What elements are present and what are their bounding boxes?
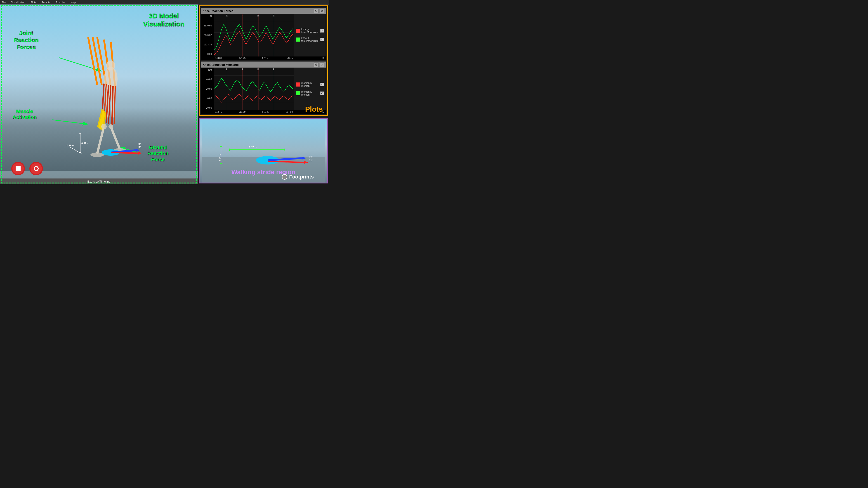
y-mid2-label: 1223.33 xyxy=(202,43,213,46)
stop-button[interactable] xyxy=(11,162,25,175)
exercise-timeline[interactable]: Exercise Timeline xyxy=(0,178,198,184)
legend-item-knee-l: knee_lforceMagnitude ✓ xyxy=(296,37,324,42)
legend-check-knee-r[interactable]: ✓ xyxy=(320,29,324,33)
left-panel: 3D Model Visualization Joint Reaction Fo… xyxy=(0,4,198,184)
plots-label: Plots xyxy=(305,105,323,113)
legend-label-knee-l: knee_lforceMagnitude xyxy=(301,37,318,42)
svg-text:R: R xyxy=(273,14,274,17)
recording-controls xyxy=(11,162,43,175)
x-mid1-1: 671.25 xyxy=(239,57,246,59)
plots-area: Knee Reaction Forces ⚙ ✕ N 3670.00 2446.… xyxy=(199,5,328,116)
joint-reaction-label: Joint Reaction Forces xyxy=(13,29,38,51)
legend-color-red xyxy=(296,29,300,33)
svg-text:0.15 m: 0.15 m xyxy=(219,154,221,161)
y-mid2-label-2: 0.00 xyxy=(202,97,213,100)
plot2-settings-button[interactable]: ⚙ xyxy=(314,62,318,67)
footprints-icon xyxy=(282,174,287,180)
muscle-activation-label: Muscle Activation xyxy=(12,108,36,121)
viewport-title: 3D Model Visualization xyxy=(143,12,184,28)
plot2-y-axis: Nm 40.00 20.00 0.00 -20.00 xyxy=(201,68,214,110)
legend-color-red-2 xyxy=(296,83,300,87)
y-unit-label: N xyxy=(202,15,213,18)
plot1-controls: ⚙ ✕ xyxy=(314,8,324,13)
legend-item-knee-r: knee_rforceMagnitude ✓ xyxy=(296,28,324,34)
svg-text:34°: 34° xyxy=(309,156,313,158)
plot1-header: Knee Reaction Forces ⚙ ✕ xyxy=(201,8,326,14)
menu-plots[interactable]: Plots xyxy=(30,0,37,4)
menu-visualization[interactable]: Visualization xyxy=(10,0,26,4)
legend-check-momentR[interactable]: ✓ xyxy=(320,83,324,86)
menu-bar: File Visualization Plots Remote Exercise… xyxy=(0,0,329,4)
svg-text:R: R xyxy=(242,68,243,71)
plot2-chart: R R R R xyxy=(214,68,294,110)
svg-text:R: R xyxy=(226,14,227,17)
footprints-label: Footprints xyxy=(282,174,314,180)
y-mid1-label-2: 20.00 xyxy=(202,88,213,90)
legend-label-knee-r: knee_rforceMagnitude xyxy=(301,28,318,34)
svg-text:R: R xyxy=(273,68,274,71)
plot2-legend: momentRmoment ✓ momentLmoment ✓ xyxy=(294,68,326,110)
y-min-label: 0.00 xyxy=(202,53,213,56)
legend-item-momentR: momentRmoment ✓ xyxy=(296,82,324,88)
plot1-settings-button[interactable]: ⚙ xyxy=(314,8,318,13)
y-unit-label-2: Nm xyxy=(202,68,213,71)
svg-text:R: R xyxy=(257,68,259,71)
plot1-content: N 3670.00 2446.67 1223.33 0.00 xyxy=(201,14,326,57)
footprint-area: 0.15 m 0.52 m 34° 32° Walking str xyxy=(199,118,328,184)
legend-check-knee-l[interactable]: ✓ xyxy=(320,38,324,41)
plot2-close-button[interactable]: ✕ xyxy=(320,62,324,67)
y-max-label-2: 40.00 xyxy=(202,78,213,81)
knee-reaction-plot: Knee Reaction Forces ⚙ ✕ N 3670.00 2446.… xyxy=(201,8,326,60)
x-mid2-2: 616.25 xyxy=(262,111,269,113)
x-start-2: 613.75 xyxy=(215,111,222,113)
plot2-controls: ⚙ ✕ xyxy=(314,62,324,67)
legend-label-momentL: momentLmoment xyxy=(301,90,312,96)
y-max-label: 3670.00 xyxy=(202,24,213,27)
plot2-header: Knee Adduction Moments ⚙ ✕ xyxy=(201,62,326,68)
right-panel: Knee Reaction Forces ⚙ ✕ N 3670.00 2446.… xyxy=(198,4,329,184)
plot2-content: Nm 40.00 20.00 0.00 -20.00 xyxy=(201,68,326,110)
plot1-legend: knee_rforceMagnitude ✓ knee_lforceMagnit… xyxy=(294,14,326,57)
legend-check-momentL[interactable]: ✓ xyxy=(320,92,324,95)
svg-rect-40 xyxy=(214,14,294,57)
x-mid1-2: 615.00 xyxy=(239,111,246,113)
plot2-title: Knee Adduction Moments xyxy=(203,63,239,66)
y-mid1-label: 2446.67 xyxy=(202,34,213,37)
svg-text:R: R xyxy=(226,68,227,71)
record-button[interactable] xyxy=(29,162,43,175)
x-mid3-1: 673.75 xyxy=(286,57,293,59)
menu-help[interactable]: Help xyxy=(70,0,76,4)
x-unit-1: S xyxy=(322,57,324,59)
x-start-1: 670.00 xyxy=(215,57,222,59)
legend-item-momentL: momentLmoment ✓ xyxy=(296,90,324,96)
record-icon xyxy=(34,166,39,171)
main-layout: 3D Model Visualization Joint Reaction Fo… xyxy=(0,4,329,184)
svg-text:32°: 32° xyxy=(309,159,313,162)
plot1-y-axis: N 3670.00 2446.67 1223.33 0.00 xyxy=(201,14,214,57)
plot1-close-button[interactable]: ✕ xyxy=(320,8,324,13)
stop-icon xyxy=(16,166,21,171)
menu-exercise[interactable]: Exercise xyxy=(55,0,66,4)
svg-text:0.52 m: 0.52 m xyxy=(248,146,257,149)
svg-text:R: R xyxy=(242,14,243,17)
menu-remote[interactable]: Remote xyxy=(41,0,51,4)
x-mid2-1: 672.50 xyxy=(262,57,269,59)
ground-reaction-label: Ground Reaction Force xyxy=(147,144,168,162)
legend-color-green-2 xyxy=(296,91,300,95)
legend-label-momentR: momentRmoment xyxy=(301,82,312,88)
plot1-chart: R R R R xyxy=(214,14,294,57)
svg-text:R: R xyxy=(257,14,259,17)
plot1-title: Knee Reaction Forces xyxy=(203,9,234,13)
legend-color-green xyxy=(296,37,300,41)
menu-file[interactable]: File xyxy=(1,0,7,4)
y-min-label-2: -20.00 xyxy=(202,106,213,109)
x-mid3-2: 617.50 xyxy=(286,111,293,113)
